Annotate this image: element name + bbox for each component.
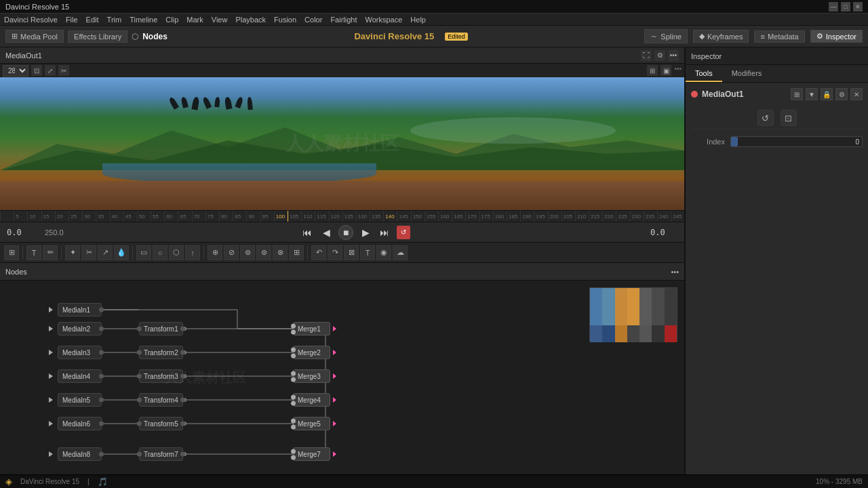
node-output-port[interactable] — [99, 374, 104, 379]
node-merge2[interactable]: Merge2 — [293, 346, 330, 359]
node-mediain2[interactable]: MediaIn2 — [58, 322, 102, 336]
node-delete-button[interactable]: ✕ — [850, 88, 863, 100]
node-mediain4[interactable]: MediaIn4 — [58, 369, 102, 383]
node-lock-button[interactable]: 🔒 — [821, 88, 833, 100]
node-output-port[interactable] — [99, 422, 104, 426]
fit-button[interactable]: ⊡ — [31, 65, 42, 76]
node-fg-port[interactable] — [291, 418, 296, 423]
node-bg-port[interactable] — [291, 455, 296, 460]
transform-button[interactable]: ⤢ — [45, 65, 56, 76]
fx5-button[interactable]: ◉ — [376, 245, 391, 260]
node-merge1[interactable]: Merge1 — [293, 322, 330, 336]
3d-tool-button[interactable]: ⊗ — [273, 245, 288, 260]
menu-timeline[interactable]: Timeline — [130, 16, 157, 24]
menu-davinciresolver[interactable]: Davinci Resolve — [4, 16, 58, 24]
node-fg-port[interactable] — [291, 449, 296, 453]
inspector-view-button[interactable]: ⊡ — [781, 110, 797, 126]
menu-fusion[interactable]: Fusion — [274, 16, 296, 24]
node-transform4[interactable]: Transform4 — [139, 393, 183, 407]
keyer-tool-button[interactable]: ⊞ — [289, 245, 304, 260]
node-bg-port[interactable] — [291, 424, 296, 429]
node-input-port[interactable] — [137, 327, 142, 331]
node-transform3[interactable]: Transform3 — [139, 369, 183, 383]
crop-tool-button[interactable]: ✂ — [81, 245, 96, 260]
fx4-button[interactable]: T — [360, 245, 375, 260]
node-bg-port[interactable] — [291, 353, 296, 358]
node-settings-button[interactable]: ⚙ — [835, 88, 848, 100]
menu-file[interactable]: File — [66, 16, 78, 24]
minimize-button[interactable]: — — [829, 2, 838, 12]
close-button[interactable]: ✕ — [853, 2, 863, 12]
node-input-port[interactable] — [137, 374, 142, 379]
bezier-tool-button[interactable]: ↗ — [98, 245, 113, 260]
node-transform7[interactable]: Transform7 — [139, 447, 183, 461]
node-output-port[interactable] — [99, 452, 104, 457]
node-output-port[interactable] — [99, 398, 104, 403]
media-pool-button[interactable]: ⊞ Media Pool — [5, 30, 64, 43]
node-bg-port[interactable] — [291, 329, 296, 334]
inspector-button[interactable]: ⚙ Inspector — [810, 30, 863, 43]
preview-settings-button[interactable]: ⚙ — [654, 50, 665, 61]
inspector-tab-modifiers[interactable]: Modifiers — [722, 65, 772, 82]
node-merge5[interactable]: Merge5 — [293, 417, 330, 430]
menu-clip[interactable]: Clip — [165, 16, 178, 24]
node-transform2[interactable]: Transform2 — [139, 346, 183, 359]
menu-mark[interactable]: Mark — [186, 16, 203, 24]
play-pause-button[interactable]: ■ — [338, 225, 353, 240]
menu-color[interactable]: Color — [304, 16, 322, 24]
node-mediain8[interactable]: MediaIn8 — [58, 447, 102, 461]
node-merge4[interactable]: Merge4 — [293, 393, 330, 407]
node-fg-port[interactable] — [291, 347, 296, 352]
maximize-button[interactable]: □ — [841, 2, 850, 12]
nodes-menu-button[interactable]: ••• — [671, 268, 679, 276]
node-merge3[interactable]: Merge3 — [293, 369, 330, 383]
nodes-canvas[interactable]: MediaIn1 MediaIn2 MediaIn3 MediaIn4 — [0, 281, 684, 474]
node-mediain1[interactable]: MediaIn1 — [58, 303, 102, 317]
node-bg-port[interactable] — [291, 401, 296, 405]
node-input-port[interactable] — [137, 350, 142, 355]
pointer-tool-button[interactable]: ⊞ — [4, 245, 19, 260]
node-input-port[interactable] — [137, 422, 142, 426]
node-fg-port[interactable] — [291, 371, 296, 375]
fx6-button[interactable]: ☁ — [393, 245, 408, 260]
step-back-button[interactable]: ◀ — [319, 226, 333, 239]
node-output-port[interactable] — [180, 398, 185, 403]
menu-help[interactable]: Help — [410, 16, 426, 24]
menu-view[interactable]: View — [212, 16, 228, 24]
aspect-button[interactable]: ▣ — [660, 65, 671, 76]
index-slider[interactable]: 0 — [730, 136, 863, 147]
keyframes-button[interactable]: ◆ Keyframes — [693, 30, 749, 43]
menu-fairlight[interactable]: Fairlight — [330, 16, 357, 24]
circle-tool-button[interactable]: ○ — [153, 245, 167, 260]
step-forward-button[interactable]: ▶ — [359, 226, 372, 239]
fullscreen-button[interactable]: ⛶ — [641, 50, 652, 61]
loop-button[interactable]: ↺ — [397, 226, 410, 239]
paint-tool-button[interactable]: ✏ — [43, 245, 58, 260]
merge-tool-button[interactable]: ⊕ — [208, 245, 222, 260]
metadata-button[interactable]: ≡ Metadata — [754, 30, 804, 43]
view-options-button[interactable]: ⊞ — [647, 65, 658, 76]
menu-trim[interactable]: Trim — [107, 16, 122, 24]
node-fg-port[interactable] — [291, 323, 296, 328]
menu-edit[interactable]: Edit — [86, 16, 99, 24]
node-mediain5[interactable]: MediaIn5 — [58, 393, 102, 407]
polygon-tool-button[interactable]: ⬡ — [169, 245, 184, 260]
node-output-port[interactable] — [180, 422, 185, 426]
node-transform1[interactable]: Transform1 — [139, 322, 183, 336]
node-bg-port[interactable] — [291, 377, 296, 382]
inspector-refresh-button[interactable]: ↺ — [757, 110, 774, 126]
window-controls[interactable]: — □ ✕ — [829, 2, 863, 12]
fx1-button[interactable]: ↶ — [311, 245, 326, 260]
node-output-port[interactable] — [180, 374, 185, 379]
node-transform5[interactable]: Transform5 — [139, 417, 183, 430]
menu-workspace[interactable]: Workspace — [366, 16, 403, 24]
color-picker-button[interactable]: 💧 — [114, 245, 129, 260]
zoom-select[interactable]: 28% 50% 100% — [3, 65, 28, 77]
node-fg-port[interactable] — [291, 394, 296, 399]
split-tool-button[interactable]: ⊘ — [224, 245, 239, 260]
node-mediain6[interactable]: MediaIn6 — [58, 417, 102, 430]
node-output-port[interactable] — [180, 452, 185, 457]
node-output-port[interactable] — [99, 327, 104, 331]
node-input-port[interactable] — [137, 398, 142, 403]
rectangle-tool-button[interactable]: ▭ — [136, 245, 151, 260]
